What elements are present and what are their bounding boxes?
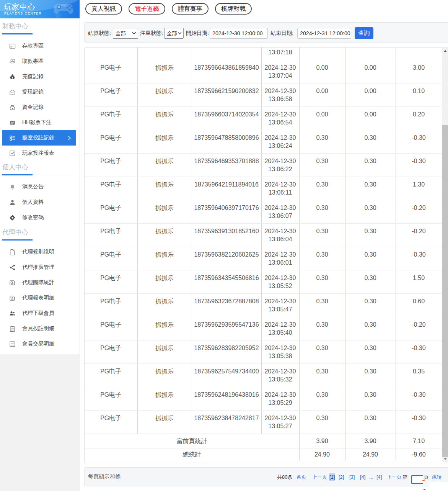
next-page-link[interactable]: 下一页	[387, 474, 402, 480]
last-page-link[interactable]: [4]	[376, 474, 382, 480]
table-cell: 抓抓乐	[137, 340, 192, 363]
sidebar-section-title: 代理中心	[0, 228, 80, 237]
tab-真人視訊[interactable]: 真人視訊	[85, 3, 122, 15]
report-icon	[9, 295, 16, 301]
tab-電子遊藝[interactable]: 電子遊藝	[129, 3, 165, 15]
chevron-right-icon	[67, 135, 72, 142]
table-cell: 抓抓乐	[137, 387, 192, 410]
sidebar-item-list[interactable]: 會員交易明細	[2, 336, 76, 352]
order-status-select[interactable]: 全部	[164, 28, 184, 39]
sidebar-item-withdraw[interactable]: 取款專區	[2, 54, 76, 69]
sidebar-item-label: 代理下級會員	[22, 310, 54, 317]
settle-status-select[interactable]: 全部	[113, 28, 138, 39]
sidebar-item-gear[interactable]: 修改密碼	[2, 210, 76, 225]
page-link-1[interactable]: [1]	[329, 473, 335, 481]
table-cell: 抓抓乐	[137, 270, 192, 293]
table-cell: 1873596469353701888	[192, 153, 261, 177]
table-cell: PG电子	[85, 317, 137, 340]
order-status-select-wrap: 全部	[164, 28, 184, 39]
sidebar-item-person[interactable]: 個人資料	[2, 195, 76, 210]
sidebar-item-label: 玩家投注報表	[22, 150, 54, 157]
table-cell: -0.30	[396, 130, 442, 153]
table-cell: 1873596248196438016	[192, 387, 261, 410]
table-cell: 2024-12-30 13:06:07	[261, 200, 299, 223]
table-cell: 2024-12-30 13:06:24	[261, 130, 299, 153]
table-cell: 抓抓乐	[137, 60, 192, 83]
sidebar-section-title: 財務中心	[0, 22, 80, 31]
table-cell: PG电子	[85, 293, 137, 317]
start-date-input[interactable]	[210, 28, 268, 39]
page-link-4[interactable]: [4]	[360, 474, 365, 480]
vertical-scrollbar[interactable]	[442, 48, 448, 462]
query-button[interactable]: 查詢	[355, 27, 373, 39]
sidebar-item-report[interactable]: 代理團隊統計	[2, 275, 76, 290]
gear-icon	[9, 214, 16, 221]
table-cell: -0.30	[396, 340, 442, 363]
table-cell: 1873596391301852160	[192, 223, 261, 247]
table-cell: 0.30	[299, 363, 345, 387]
table-cell: PG电子	[85, 410, 137, 434]
table-cell: PG电子	[85, 130, 137, 153]
recharge-record-icon	[9, 74, 16, 80]
table-row: PG电子抓抓乐18735964063971701762024-12-30 13:…	[85, 200, 442, 223]
sidebar-item-deposit[interactable]: 存款專區	[2, 38, 76, 54]
table-viewport: 13:07:18PG电子抓抓乐18735966438618598402024-1…	[85, 47, 443, 463]
table-cell: 0.30	[345, 247, 396, 270]
jump-page-input[interactable]	[411, 475, 423, 484]
sidebar-item-people[interactable]: 代理下級會員	[2, 306, 76, 321]
scrollbar-thumb[interactable]	[442, 125, 448, 457]
pagination-bar: 每頁顯示20條 共80条首页上一页[1][2][3][4]...[4]下一页第页…	[84, 467, 448, 486]
sidebar-item-lottery-bet[interactable]: HH彩票下注	[2, 115, 76, 130]
cell-empty	[299, 47, 345, 60]
table-row: PG电子抓抓乐18735964693537018882024-12-30 13:…	[85, 153, 442, 177]
table-row: PG电子抓抓乐18735963913018521602024-12-30 13:…	[85, 223, 442, 247]
sidebar-item-funds-record[interactable]: 資金記錄	[2, 100, 76, 115]
sidebar-item-clipboard[interactable]: 會員投註明細	[2, 321, 76, 336]
scrollbar-up-arrow-icon[interactable]	[442, 48, 448, 54]
summary-row-current-page: 當前頁統計3.903.907.10	[85, 434, 442, 448]
sidebar: 玩家中心 PLAYERS CENTER 財務中心存款專區取款專區充值記錄提現記錄…	[0, 0, 80, 354]
withdrawal-record-icon	[9, 89, 16, 95]
table-cell: -0.20	[396, 200, 442, 223]
tab-體育賽事[interactable]: 體育賽事	[172, 3, 209, 15]
table-cell: 抓抓乐	[137, 363, 192, 387]
summary-value: 24.90	[345, 448, 396, 461]
first-page-link[interactable]: 首页	[296, 474, 306, 480]
end-date-input[interactable]	[297, 28, 351, 39]
table-cell: -0.30	[396, 387, 442, 410]
sidebar-item-share[interactable]: 代理推廣管理	[2, 260, 76, 275]
scrollbar-down-arrow-icon[interactable]	[442, 456, 448, 462]
sidebar-item-bell[interactable]: 消息公告	[2, 179, 76, 195]
sidebar-item-report[interactable]: 代理報表明細	[2, 290, 76, 306]
sidebar-item-document[interactable]: 代理規則說明	[2, 244, 76, 260]
page-link-2[interactable]: [2]	[339, 474, 344, 480]
sidebar-item-recharge-record[interactable]: 充值記錄	[2, 69, 76, 84]
table-cell: 抓抓乐	[137, 106, 192, 130]
sidebar-item-hall-bet-record[interactable]: 廳室投註記錄	[2, 130, 76, 146]
table-cell: PG电子	[85, 60, 137, 83]
table-row: PG电子抓抓乐18735962839822059522024-12-30 13:…	[85, 340, 442, 363]
table-cell: 0.30	[299, 410, 345, 434]
table-cell: 0.30	[299, 317, 345, 340]
sidebar-item-withdrawal-record[interactable]: 提現記錄	[2, 84, 76, 100]
table-cell: 0.30	[299, 387, 345, 410]
table-cell: 0.30	[299, 130, 345, 153]
table-cell: 2024-12-30 13:06:22	[261, 153, 299, 177]
jump-suffix-label: 页	[424, 474, 429, 480]
sidebar-item-player-report[interactable]: 玩家投注報表	[2, 146, 76, 161]
page-link-3[interactable]: [3]	[349, 474, 355, 480]
hall-bet-record-icon	[9, 135, 16, 141]
table-cell: 2024-12-30 13:07:04	[261, 60, 299, 83]
table-cell: -0.20	[396, 317, 442, 340]
prev-page-link[interactable]: 上一页	[312, 474, 327, 480]
table-cell: 0.20	[396, 106, 442, 130]
red-mark-decoration	[424, 489, 425, 490]
filter-bar: 結算狀態: 全部 注單狀態: 全部 開始日期: 結束日期: 查詢	[84, 22, 448, 43]
table-cell: 0.30	[345, 340, 396, 363]
table-cell: 1873596257549734400	[192, 363, 261, 387]
tab-棋牌對戰[interactable]: 棋牌對戰	[215, 3, 252, 15]
table-cell: 0.30	[345, 293, 396, 317]
sidebar-sections: 財務中心存款專區取款專區充值記錄提現記錄資金記錄HH彩票下注廳室投註記錄玩家投注…	[0, 18, 80, 352]
sidebar-item-label: 會員投註明細	[22, 325, 54, 332]
jump-action-link[interactable]: 跳转	[432, 474, 441, 480]
